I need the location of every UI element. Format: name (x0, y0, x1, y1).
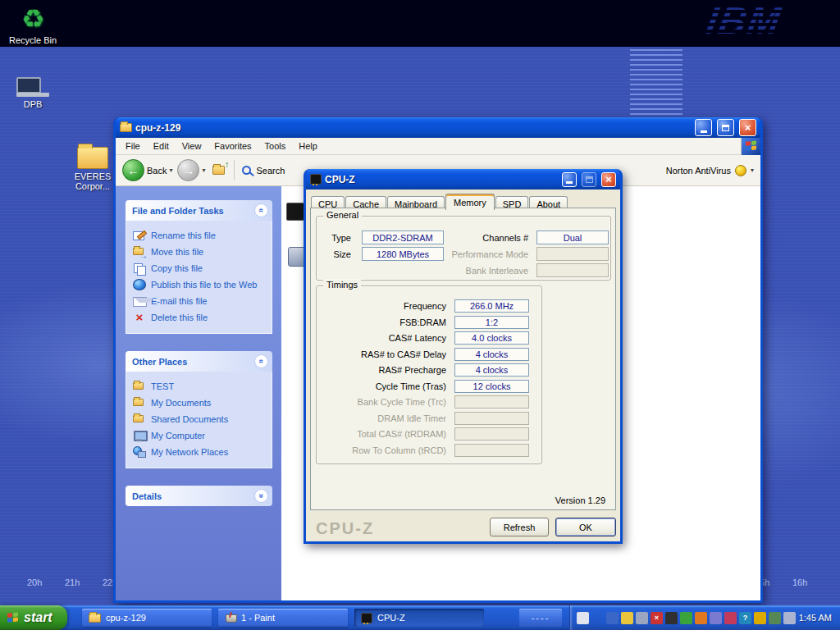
wallpaper-top-band: IBM (0, 0, 840, 47)
norton-dropdown-icon[interactable]: ▾ (751, 167, 754, 174)
menu-help[interactable]: Help (292, 141, 324, 151)
tray-icon[interactable] (754, 612, 766, 624)
forward-button[interactable]: → ▾ (177, 159, 205, 181)
taskbar-button-paint[interactable]: 1 - Paint (218, 609, 348, 627)
my-computer-icon (133, 430, 146, 441)
task-label: Rename this file (151, 231, 216, 240)
tray-icon[interactable]: ? (739, 612, 751, 624)
size-label: Size (323, 248, 351, 262)
tray-icon[interactable] (636, 612, 648, 624)
taskbar-toolbar[interactable]: ---- (519, 609, 562, 627)
place-my-network-places[interactable]: My Network Places (133, 444, 269, 460)
place-label: My Documents (151, 398, 211, 408)
recycle-bin-icon: ♻ (21, 5, 45, 33)
tray-icon[interactable] (577, 612, 589, 624)
tray-icon[interactable] (695, 612, 707, 624)
file-icon-partial[interactable] (286, 203, 304, 221)
taskbar-button-label: CPU-Z (377, 613, 405, 623)
task-move-file[interactable]: Move this file (133, 244, 269, 260)
folder-icon (89, 614, 101, 623)
minimize-button[interactable] (695, 119, 712, 136)
place-label: My Network Places (151, 447, 228, 457)
task-rename-file[interactable]: Rename this file (133, 227, 269, 244)
task-publish-file[interactable]: Publish this file to the Web (133, 276, 269, 293)
tray-icon[interactable] (621, 612, 633, 624)
file-tasks-panel: File and Folder Tasks « Rename this file… (126, 200, 272, 334)
chevron-up-icon[interactable]: « (254, 354, 268, 368)
minimize-button[interactable] (562, 172, 577, 187)
maximize-button[interactable] (717, 119, 734, 136)
taskbar-button-cpuz[interactable]: CPU-Z (354, 609, 484, 627)
folder-icon (77, 147, 108, 169)
start-button[interactable]: start (0, 605, 67, 630)
taskbar-button-cpu-z-129[interactable]: cpu-z-129 (82, 609, 212, 627)
explorer-task-pane: File and Folder Tasks « Rename this file… (116, 186, 281, 600)
menu-favorites[interactable]: Favorites (208, 141, 258, 151)
cpuz-app-icon (361, 613, 372, 623)
web-globe-icon (133, 279, 146, 290)
desktop-icon-label: Recycle Bin (2, 35, 64, 45)
other-places-header[interactable]: Other Places « (126, 351, 272, 372)
search-button[interactable]: Search (242, 166, 285, 176)
cpuz-titlebar[interactable]: CPU-Z × (306, 169, 620, 189)
other-places-panel: Other Places « TEST My Documents Shared … (126, 351, 272, 468)
back-label: Back (147, 166, 167, 176)
tray-icon[interactable] (724, 612, 737, 624)
close-button[interactable]: × (601, 172, 616, 187)
network-places-icon (133, 446, 146, 458)
place-test[interactable]: TEST (133, 378, 269, 395)
cpuz-watermark: CPU-Z (316, 519, 374, 538)
back-button[interactable]: ← Back ▾ (122, 159, 172, 181)
timing-label: FSB:DRAM (322, 316, 446, 330)
place-my-documents[interactable]: My Documents (133, 395, 269, 411)
chevron-up-icon[interactable]: « (254, 203, 268, 217)
task-email-file[interactable]: E-mail this file (133, 293, 269, 309)
up-button[interactable]: ↑ (211, 164, 226, 176)
timing-field: 4.0 clocks (454, 331, 529, 345)
desktop-icon-recycle-bin[interactable]: ♻ Recycle Bin (2, 2, 64, 45)
timing-field (454, 395, 529, 409)
chevron-down-icon[interactable]: » (254, 489, 268, 503)
file-tasks-header[interactable]: File and Folder Tasks « (126, 200, 272, 221)
search-icon (242, 166, 251, 175)
task-label: Copy this file (151, 263, 203, 273)
menu-view[interactable]: View (176, 141, 208, 151)
taskbar-button-label: 1 - Paint (241, 613, 275, 623)
menu-file[interactable]: File (119, 141, 147, 151)
forward-dropdown-icon: ▾ (202, 167, 205, 174)
cpuz-window: CPU-Z × CPU Cache Mainboard Memory SPD A… (304, 169, 623, 544)
channels-label: Channels # (435, 231, 528, 245)
explorer-titlebar[interactable]: cpu-z-129 × (116, 117, 760, 138)
tab-memory[interactable]: Memory (445, 194, 495, 210)
ibm-logo-stripes (651, 0, 807, 43)
tray-icon[interactable] (769, 612, 781, 624)
forward-arrow-icon: → (177, 159, 199, 181)
tray-icon[interactable] (665, 612, 678, 624)
taskbar: start cpu-z-129 1 - Paint CPU-Z ---- × ?… (0, 605, 840, 630)
timing-label: CAS# Latency (322, 331, 446, 345)
tray-icon[interactable] (606, 612, 619, 624)
place-shared-documents[interactable]: Shared Documents (133, 411, 269, 427)
tray-icon[interactable] (710, 612, 722, 624)
place-my-computer[interactable]: My Computer (133, 427, 269, 444)
desktop-icon-dpb[interactable]: DPB (2, 66, 64, 109)
close-button[interactable]: × (739, 119, 756, 136)
ok-button[interactable]: OK (555, 518, 616, 536)
place-label: My Computer (151, 431, 205, 441)
details-header[interactable]: Details » (126, 486, 272, 506)
tray-icon[interactable] (680, 612, 692, 624)
tray-icon[interactable]: × (651, 612, 663, 624)
menu-tools[interactable]: Tools (258, 141, 293, 151)
task-delete-file[interactable]: × Delete this file (133, 309, 269, 326)
up-arrow-icon: ↑ (225, 159, 230, 169)
clock[interactable]: 1:45 AM (799, 613, 832, 623)
refresh-button[interactable]: Refresh (490, 518, 549, 536)
tray-icon[interactable] (783, 612, 796, 624)
move-icon (133, 246, 146, 258)
memory-type-field: DDR2-SDRAM (362, 231, 444, 244)
menu-edit[interactable]: Edit (147, 141, 176, 151)
task-label: Publish this file to the Web (151, 280, 257, 290)
timezone-label: 16h (792, 578, 807, 587)
task-copy-file[interactable]: Copy this file (133, 260, 269, 276)
desktop-icon-label: DPB (2, 99, 64, 109)
